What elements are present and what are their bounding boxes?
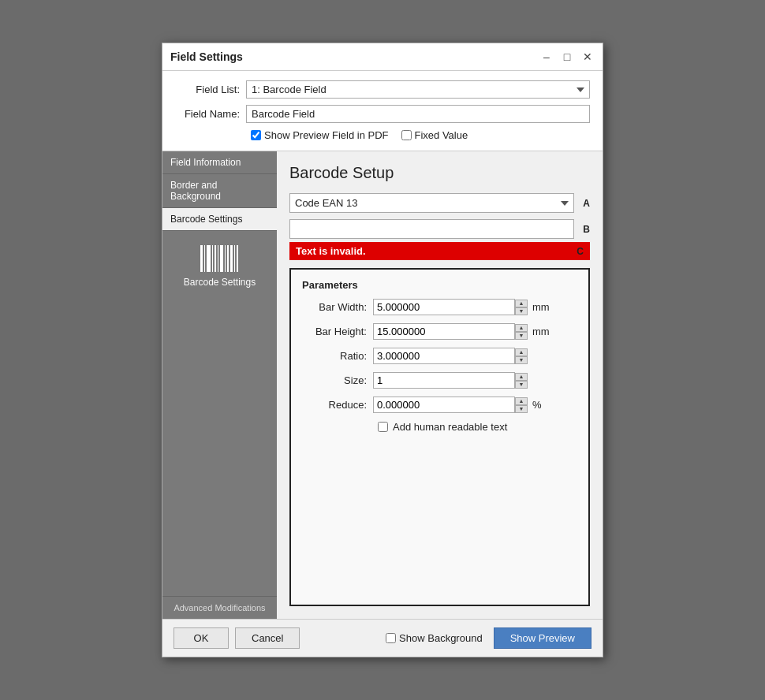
bar-width-down[interactable]: ▼ xyxy=(515,307,528,315)
reduce-label: Reduce: xyxy=(302,399,373,411)
bar-width-spinner-buttons: ▲ ▼ xyxy=(515,300,528,315)
barcode-text-row: B xyxy=(289,219,590,239)
barcode-type-row: Code EAN 13 A xyxy=(289,193,590,213)
ratio-row: Ratio: ▲ ▼ xyxy=(302,348,577,364)
bar-height-spinner-buttons: ▲ ▼ xyxy=(515,324,528,340)
barcode-text-input[interactable] xyxy=(289,219,574,239)
size-label: Size: xyxy=(302,374,373,386)
human-readable-checkbox[interactable] xyxy=(378,422,388,432)
parameters-title: Parameters xyxy=(302,279,577,291)
field-name-row: Field Name: xyxy=(175,105,590,123)
ratio-label: Ratio: xyxy=(302,350,373,362)
bar-width-spinner: ▲ ▼ mm xyxy=(373,299,550,315)
panel-title: Barcode Setup xyxy=(289,164,590,182)
sidebar: Field Information Border and Background … xyxy=(162,151,277,619)
reduce-input[interactable] xyxy=(373,397,515,413)
barcode-type-select[interactable]: Code EAN 13 xyxy=(289,193,574,213)
fixed-value-checkbox[interactable] xyxy=(401,130,412,140)
error-bar: Text is invalid. C xyxy=(289,242,590,260)
label-c: C xyxy=(577,246,584,257)
size-row: Size: ▲ ▼ xyxy=(302,372,577,389)
bar-height-label: Bar Height: xyxy=(302,326,373,337)
field-name-input[interactable] xyxy=(246,105,590,123)
sidebar-bottom: Advanced Modifications xyxy=(162,596,277,619)
field-list-select[interactable]: 1: Barcode Field xyxy=(246,80,590,99)
field-settings-dialog: Field Settings – □ ✕ Field List: 1: Barc… xyxy=(162,43,603,657)
cancel-button[interactable]: Cancel xyxy=(235,627,300,649)
human-readable-label: Add human readable text xyxy=(393,421,507,433)
ok-button[interactable]: OK xyxy=(174,627,229,649)
error-message: Text is invalid. xyxy=(296,245,366,257)
close-button[interactable]: ✕ xyxy=(580,50,595,64)
reduce-spinner: ▲ ▼ % xyxy=(373,397,542,413)
minimize-button[interactable]: – xyxy=(539,50,554,64)
show-background-label: Show Background xyxy=(399,632,483,644)
bar-height-up[interactable]: ▲ xyxy=(515,324,528,332)
ratio-input[interactable] xyxy=(373,348,515,364)
size-up[interactable]: ▲ xyxy=(515,373,528,381)
footer: OK Cancel Show Background Show Preview xyxy=(162,619,603,657)
ratio-up[interactable]: ▲ xyxy=(515,348,528,356)
bar-height-spinner: ▲ ▼ mm xyxy=(373,323,550,340)
show-background-checkbox[interactable] xyxy=(386,633,396,643)
show-preview-checkbox-item[interactable]: Show Preview Field in PDF xyxy=(251,129,389,141)
parameters-box: Parameters Bar Width: ▲ ▼ mm Bar xyxy=(289,268,590,606)
bar-width-unit: mm xyxy=(532,301,550,313)
ratio-spinner-buttons: ▲ ▼ xyxy=(515,348,528,364)
label-b: B xyxy=(583,224,590,235)
field-list-row: Field List: 1: Barcode Field xyxy=(175,80,590,99)
top-form: Field List: 1: Barcode Field Field Name:… xyxy=(162,71,603,151)
human-readable-row: Add human readable text xyxy=(378,421,577,433)
show-preview-button[interactable]: Show Preview xyxy=(494,627,591,649)
bar-height-down[interactable]: ▼ xyxy=(515,332,528,340)
bar-height-row: Bar Height: ▲ ▼ mm xyxy=(302,323,577,340)
size-input[interactable] xyxy=(373,372,515,389)
checkbox-row: Show Preview Field in PDF Fixed Value xyxy=(175,129,590,141)
title-buttons: – □ ✕ xyxy=(539,50,595,64)
reduce-up[interactable]: ▲ xyxy=(515,397,528,405)
advanced-modifications-label: Advanced Modifications xyxy=(174,603,265,612)
field-name-control xyxy=(246,105,590,123)
field-name-label: Field Name: xyxy=(175,108,246,120)
ratio-spinner: ▲ ▼ xyxy=(373,348,528,364)
reduce-spinner-buttons: ▲ ▼ xyxy=(515,397,528,413)
ratio-down[interactable]: ▼ xyxy=(515,356,528,364)
show-preview-checkbox[interactable] xyxy=(251,130,261,140)
sidebar-tab-border-background[interactable]: Border and Background xyxy=(162,174,277,208)
content-area: Field Information Border and Background … xyxy=(162,151,603,619)
bar-width-label: Bar Width: xyxy=(302,301,373,313)
show-preview-checkbox-label: Show Preview Field in PDF xyxy=(264,129,389,141)
main-panel: Barcode Setup Code EAN 13 A B Text is in… xyxy=(277,151,603,619)
reduce-down[interactable]: ▼ xyxy=(515,405,528,413)
field-list-label: Field List: xyxy=(175,84,246,95)
title-bar: Field Settings – □ ✕ xyxy=(162,43,603,71)
field-list-control: 1: Barcode Field xyxy=(246,80,590,99)
bar-height-unit: mm xyxy=(532,326,550,337)
bar-width-input[interactable] xyxy=(373,299,515,315)
reduce-unit: % xyxy=(532,399,542,411)
fixed-value-checkbox-label: Fixed Value xyxy=(415,129,468,141)
maximize-button[interactable]: □ xyxy=(560,50,574,64)
sidebar-icon-label: Barcode Settings xyxy=(184,277,256,288)
label-a: A xyxy=(583,198,590,209)
size-spinner-buttons: ▲ ▼ xyxy=(515,373,528,389)
size-down[interactable]: ▼ xyxy=(515,381,528,389)
bar-height-input[interactable] xyxy=(373,323,515,340)
sidebar-icon-section: Barcode Settings xyxy=(162,231,277,300)
reduce-row: Reduce: ▲ ▼ % xyxy=(302,397,577,413)
sidebar-tab-barcode-settings[interactable]: Barcode Settings xyxy=(162,208,277,231)
show-background-checkbox-item[interactable]: Show Background xyxy=(386,632,483,644)
dialog-title: Field Settings xyxy=(170,50,243,63)
fixed-value-checkbox-item[interactable]: Fixed Value xyxy=(401,129,468,141)
sidebar-tab-field-information[interactable]: Field Information xyxy=(162,151,277,174)
bar-width-row: Bar Width: ▲ ▼ mm xyxy=(302,299,577,315)
barcode-icon xyxy=(200,244,240,272)
size-spinner: ▲ ▼ xyxy=(373,372,528,389)
bar-width-up[interactable]: ▲ xyxy=(515,300,528,307)
